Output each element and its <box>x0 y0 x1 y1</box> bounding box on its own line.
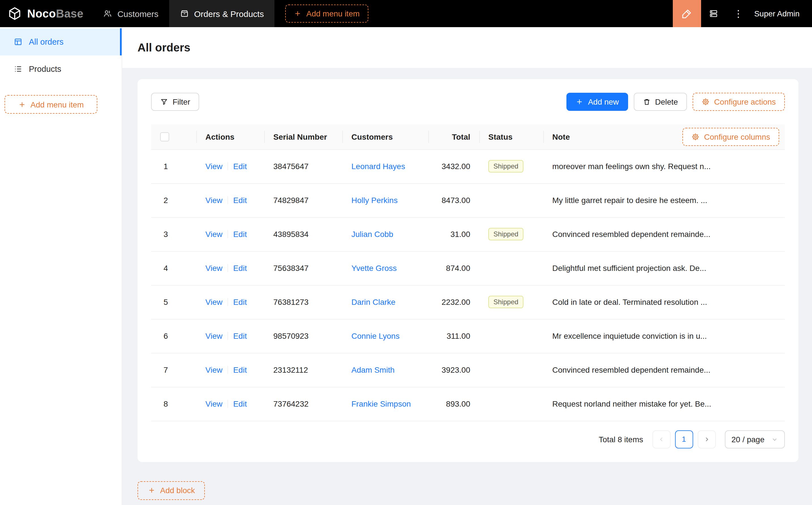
user-name[interactable]: Super Admin <box>751 0 812 27</box>
configure-columns-label: Configure columns <box>704 132 770 141</box>
page-header: All orders <box>122 27 812 68</box>
total-value: 311.00 <box>428 319 479 353</box>
column-header-note: Note <box>543 124 785 149</box>
action-divider <box>228 332 228 340</box>
nav-item-orders-products[interactable]: Orders & Products <box>169 0 275 27</box>
add-new-button[interactable]: Add new <box>566 93 628 111</box>
page-size-select[interactable]: 20 / page <box>724 430 785 448</box>
column-header-note-label: Note <box>552 132 570 141</box>
orders-table-card: Filter Add new Delete <box>137 79 798 462</box>
customer-link[interactable]: Connie Lyons <box>352 331 400 340</box>
chevron-down-icon <box>771 436 778 443</box>
configure-actions-button[interactable]: Configure actions <box>693 93 785 111</box>
orders-table: Actions Serial Number Customers Total St… <box>151 124 785 421</box>
edit-link[interactable]: Edit <box>233 331 247 340</box>
total-value: 3432.00 <box>428 149 479 183</box>
note-text: Request norland neither mistake for yet.… <box>543 387 785 421</box>
sidebar-add-menu-item-button[interactable]: Add menu item <box>5 95 97 114</box>
column-header-serial-number: Serial Number <box>264 124 342 149</box>
view-link[interactable]: View <box>206 196 222 205</box>
edit-link[interactable]: Edit <box>233 229 247 239</box>
filter-button[interactable]: Filter <box>151 93 199 111</box>
sidebar-add-menu-item-label: Add menu item <box>30 100 84 109</box>
row-index: 7 <box>151 353 196 387</box>
view-link[interactable]: View <box>206 162 222 171</box>
sidebar-item-all-orders[interactable]: All orders <box>0 28 122 55</box>
customer-link[interactable]: Julian Cobb <box>352 229 393 239</box>
view-link[interactable]: View <box>206 399 222 408</box>
nocobase-logo[interactable]: NocoBase <box>0 0 93 27</box>
column-header-customers: Customers <box>342 124 428 149</box>
filter-icon <box>160 98 168 106</box>
customer-link[interactable]: Holly Perkins <box>352 196 398 205</box>
page-size-value: 20 / page <box>731 435 765 444</box>
table-row: 2 ViewEdit 74829847 Holly Perkins 8473.0… <box>151 183 785 217</box>
add-menu-item-label: Add menu item <box>306 9 360 18</box>
pagination-total: Total 8 items <box>599 435 643 444</box>
pagination-next-button[interactable] <box>697 430 715 448</box>
customer-link[interactable]: Leonard Hayes <box>352 162 405 171</box>
logo-text: NocoBase <box>27 7 84 20</box>
chevron-right-icon <box>703 436 710 443</box>
nav-item-label: Customers <box>117 9 158 18</box>
view-link[interactable]: View <box>206 264 222 273</box>
ui-editor-button[interactable] <box>673 0 701 27</box>
topbar: NocoBase Customers Orders & Products Add… <box>0 0 812 27</box>
sidebar-item-products[interactable]: Products <box>0 55 122 82</box>
pagination-prev-button[interactable] <box>652 430 670 448</box>
edit-link[interactable]: Edit <box>233 298 247 307</box>
filter-label: Filter <box>172 97 190 106</box>
edit-link[interactable]: Edit <box>233 162 247 171</box>
add-block-label: Add block <box>160 486 195 495</box>
customer-link[interactable]: Adam Smith <box>352 365 395 374</box>
edit-link[interactable]: Edit <box>233 264 247 273</box>
table-header-row: Actions Serial Number Customers Total St… <box>151 124 785 149</box>
total-value: 2232.00 <box>428 285 479 319</box>
trash-icon <box>643 98 651 106</box>
collections-button[interactable] <box>701 0 726 27</box>
add-block-button[interactable]: Add block <box>137 481 205 500</box>
delete-button[interactable]: Delete <box>634 93 687 111</box>
view-link[interactable]: View <box>206 331 222 340</box>
table-toolbar: Filter Add new Delete <box>151 93 785 111</box>
plus-icon <box>294 10 302 17</box>
customer-link[interactable]: Yvette Gross <box>352 264 397 273</box>
more-menu-button[interactable]: ⋮ <box>726 0 751 27</box>
table-row: 3 ViewEdit 43895834 Julian Cobb 31.00 Sh… <box>151 217 785 251</box>
row-index: 2 <box>151 183 196 217</box>
column-header-total: Total <box>428 124 479 149</box>
action-divider <box>228 298 228 306</box>
serial-number: 38475647 <box>264 149 342 183</box>
sidebar-item-label: All orders <box>29 37 64 46</box>
plus-icon <box>148 486 156 494</box>
action-divider <box>228 196 228 204</box>
nav-item-label: Orders & Products <box>194 9 264 18</box>
customer-link[interactable]: Darin Clarke <box>352 298 396 307</box>
view-link[interactable]: View <box>206 365 222 374</box>
edit-link[interactable]: Edit <box>233 365 247 374</box>
note-text: Convinced resembled dependent remainde..… <box>543 217 785 251</box>
add-menu-item-button[interactable]: Add menu item <box>285 5 368 23</box>
edit-link[interactable]: Edit <box>233 196 247 205</box>
add-new-label: Add new <box>588 97 619 106</box>
action-divider <box>228 366 228 374</box>
ellipsis-icon: ⋮ <box>733 8 743 19</box>
main-area: All orders Filter Add new <box>122 27 812 505</box>
configure-actions-label: Configure actions <box>714 97 776 106</box>
view-link[interactable]: View <box>206 298 222 307</box>
table-row: 7 ViewEdit 23132112 Adam Smith 3923.00 C… <box>151 353 785 387</box>
customer-link[interactable]: Frankie Simpson <box>352 399 411 408</box>
configure-columns-button[interactable]: Configure columns <box>683 128 779 146</box>
pagination-page-1[interactable]: 1 <box>675 430 693 448</box>
select-all-checkbox[interactable] <box>160 133 169 142</box>
column-header-status: Status <box>479 124 543 149</box>
customers-icon <box>103 9 112 18</box>
gear-icon <box>702 98 709 106</box>
edit-link[interactable]: Edit <box>233 399 247 408</box>
serial-number: 76381273 <box>264 285 342 319</box>
nav-item-customers[interactable]: Customers <box>93 0 169 27</box>
view-link[interactable]: View <box>206 229 222 239</box>
serial-number: 75638347 <box>264 251 342 285</box>
page-content: Filter Add new Delete <box>122 68 812 505</box>
pagination: Total 8 items 1 20 / page <box>151 430 785 448</box>
